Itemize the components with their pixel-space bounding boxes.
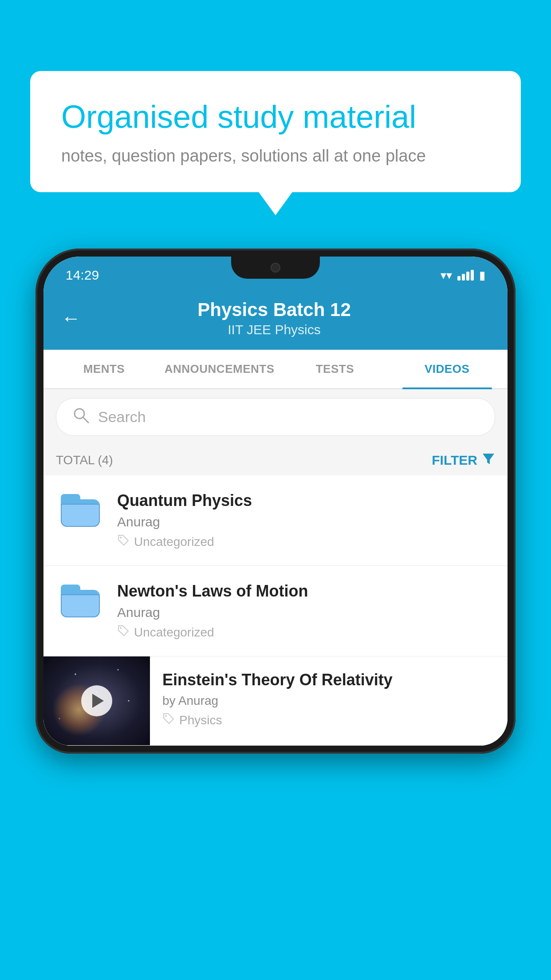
phone-frame: 14:29 ▾▾ ▮ ← Physics Batch 12 bbox=[35, 249, 516, 980]
speech-bubble: Organised study material notes, question… bbox=[30, 71, 521, 192]
video-title: Einstein's Theory Of Relativity bbox=[162, 671, 495, 689]
video-info: Einstein's Theory Of Relativity by Anura… bbox=[162, 656, 508, 740]
svg-point-3 bbox=[120, 537, 122, 538]
phone-screen: 14:29 ▾▾ ▮ ← Physics Batch 12 bbox=[43, 257, 508, 746]
filter-bar: TOTAL (4) FILTER bbox=[43, 445, 508, 475]
svg-point-0 bbox=[75, 409, 84, 419]
video-author: Anurag bbox=[117, 605, 495, 620]
video-title: Newton's Laws of Motion bbox=[117, 582, 495, 601]
tabs-bar: MENTS ANNOUNCEMENTS TESTS VIDEOS bbox=[43, 350, 508, 389]
back-button[interactable]: ← bbox=[61, 307, 81, 329]
filter-icon bbox=[482, 452, 495, 468]
tab-announcements[interactable]: ANNOUNCEMENTS bbox=[160, 350, 279, 388]
tag-icon bbox=[162, 712, 175, 728]
content-area: Quantum Physics Anurag Uncategorized bbox=[43, 475, 508, 746]
filter-button[interactable]: FILTER bbox=[432, 452, 495, 468]
list-item[interactable]: Newton's Laws of Motion Anurag Uncategor… bbox=[43, 566, 508, 656]
play-triangle-icon bbox=[92, 694, 104, 708]
svg-point-5 bbox=[165, 715, 167, 717]
header-title: Physics Batch 12 bbox=[94, 299, 454, 320]
bubble-subtitle: notes, question papers, solutions all at… bbox=[61, 146, 490, 166]
battery-icon: ▮ bbox=[479, 269, 485, 282]
folder-icon-container bbox=[56, 491, 105, 527]
tab-tests[interactable]: TESTS bbox=[279, 350, 391, 388]
folder-icon bbox=[61, 494, 100, 527]
bubble-title: Organised study material bbox=[61, 98, 490, 136]
list-item[interactable]: Quantum Physics Anurag Uncategorized bbox=[43, 475, 508, 566]
search-placeholder: Search bbox=[98, 408, 146, 426]
play-button[interactable] bbox=[81, 685, 112, 716]
tab-videos[interactable]: VIDEOS bbox=[391, 350, 503, 388]
header-subtitle: IIT JEE Physics bbox=[94, 322, 454, 337]
phone-outer: 14:29 ▾▾ ▮ ← Physics Batch 12 bbox=[35, 249, 516, 754]
search-container: Search bbox=[43, 389, 508, 445]
camera-dot bbox=[271, 263, 280, 273]
status-icons: ▾▾ ▮ bbox=[441, 269, 485, 282]
folder-icon bbox=[61, 585, 100, 617]
app-header: ← Physics Batch 12 IIT JEE Physics bbox=[43, 288, 508, 350]
header-title-block: Physics Batch 12 IIT JEE Physics bbox=[94, 299, 454, 337]
svg-line-1 bbox=[83, 418, 88, 423]
folder-icon-container bbox=[56, 582, 105, 617]
tag-icon bbox=[117, 624, 130, 640]
speech-bubble-container: Organised study material notes, question… bbox=[30, 71, 521, 192]
search-bar[interactable]: Search bbox=[56, 398, 495, 436]
total-count-label: TOTAL (4) bbox=[56, 453, 113, 467]
video-author: Anurag bbox=[117, 514, 495, 530]
video-tag: Physics bbox=[162, 712, 495, 728]
filter-label: FILTER bbox=[432, 453, 477, 468]
video-info: Newton's Laws of Motion Anurag Uncategor… bbox=[117, 582, 495, 640]
tab-ments[interactable]: MENTS bbox=[48, 350, 160, 388]
signal-bars-icon bbox=[457, 270, 474, 281]
status-time: 14:29 bbox=[66, 268, 99, 283]
video-info: Quantum Physics Anurag Uncategorized bbox=[117, 491, 495, 549]
svg-marker-2 bbox=[483, 454, 494, 464]
video-tag: Uncategorized bbox=[117, 624, 495, 640]
video-tag: Uncategorized bbox=[117, 534, 495, 549]
search-icon bbox=[72, 407, 89, 427]
thumbnail-bg bbox=[43, 656, 150, 745]
wifi-icon: ▾▾ bbox=[441, 269, 452, 282]
list-item[interactable]: Einstein's Theory Of Relativity by Anura… bbox=[43, 656, 508, 746]
video-author: by Anurag bbox=[162, 694, 495, 708]
video-thumbnail bbox=[43, 656, 150, 745]
phone-notch bbox=[231, 257, 320, 279]
tag-icon bbox=[117, 534, 130, 549]
video-title: Quantum Physics bbox=[117, 491, 495, 510]
svg-point-4 bbox=[120, 627, 122, 629]
